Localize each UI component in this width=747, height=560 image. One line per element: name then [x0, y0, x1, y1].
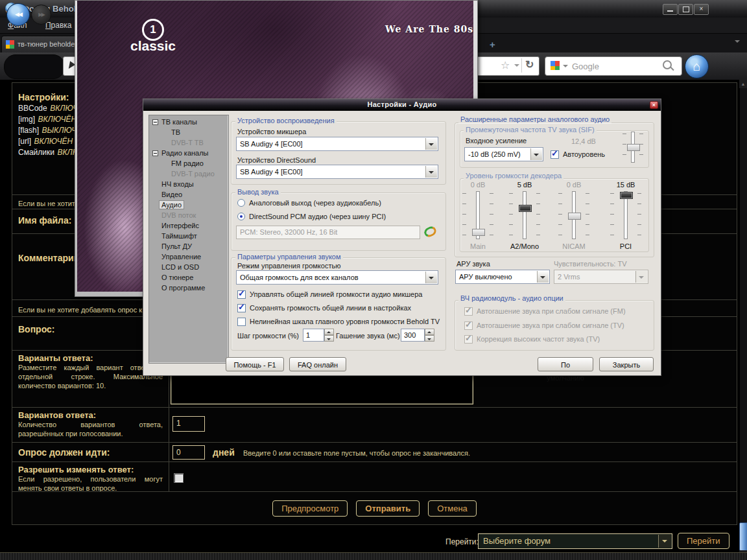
tree-item-dvb-stream: DVB поток [149, 211, 228, 221]
dialog-close-button[interactable]: × [650, 101, 658, 109]
google-engine-icon[interactable] [551, 61, 560, 70]
volume-mode-select[interactable]: Общая громкость для всех каналов [236, 270, 438, 285]
bookmark-dropdown-icon[interactable] [514, 64, 519, 69]
settings-tree: ТВ каналы ТВ DVB-T ТВ Радио каналы FM ра… [148, 115, 229, 364]
poll-length-input[interactable]: 0 [172, 445, 205, 460]
options-count-input[interactable]: 1 [172, 416, 205, 432]
volume-step-spinner[interactable]: 1 [303, 329, 334, 342]
help-button[interactable]: Помощь - F1 [226, 357, 284, 371]
spinner-down-icon[interactable] [324, 335, 334, 342]
autolevel-checkbox[interactable]: ✓Автоуровень [551, 150, 605, 159]
restore-button[interactable] [678, 4, 693, 15]
agc-label: АРУ звука [456, 260, 490, 268]
preview-button[interactable]: Предпросмотр [272, 500, 348, 517]
nonlinear-scale-checkbox[interactable]: Нелинейная шкала главного уровня громкос… [237, 318, 440, 326]
slider-thumb[interactable] [620, 192, 633, 199]
tree-item-lcd-osd[interactable]: LCD и OSD [149, 262, 228, 273]
collapse-icon[interactable] [152, 119, 158, 125]
back-button[interactable]: ◀◀ [6, 3, 30, 26]
sif-level-value: 12,4 dB [571, 137, 596, 145]
search-icon[interactable] [663, 60, 672, 69]
scrollbar-track[interactable] [739, 80, 747, 552]
tree-item-tv-channels[interactable]: ТВ каналы [149, 117, 228, 128]
scrollbar-thumb[interactable] [739, 522, 747, 551]
forward-button[interactable]: ▶▶ [31, 5, 51, 25]
slider-thumb[interactable] [519, 205, 532, 212]
dropdown-icon[interactable] [425, 138, 437, 150]
dropdown-icon[interactable] [425, 166, 437, 178]
jump-button[interactable]: Перейти [678, 533, 729, 549]
submit-button[interactable]: Отправить [356, 500, 420, 517]
main-volume-slider: 0 dB Main [460, 181, 496, 250]
radio-selected-icon[interactable] [237, 213, 245, 220]
input-gain-select[interactable]: -10 dB (250 mV) [464, 147, 543, 161]
spinner-up-icon[interactable] [425, 329, 434, 335]
jump-label: Перейти: [445, 537, 479, 546]
change-vote-checkbox[interactable] [174, 473, 184, 483]
filename-label: Имя файла: [18, 215, 71, 226]
home-button[interactable]: ⌂ [685, 54, 709, 78]
search-engine-dropdown-icon[interactable] [563, 65, 568, 70]
smilies-label: Смайлики [18, 148, 54, 157]
tab-list-chevron-icon[interactable] [735, 40, 740, 45]
volume-mode-label: Режим управления громкостью [237, 262, 340, 270]
tree-item-interface[interactable]: Интерфейс [149, 221, 228, 231]
dropdown-icon[interactable] [537, 271, 549, 283]
dropdown-icon[interactable] [425, 272, 437, 283]
reload-icon[interactable]: ↻ [525, 58, 534, 71]
tree-item-control[interactable]: Управление [149, 252, 228, 262]
analog-output-radio[interactable]: Аналоговый выход (через аудиокабель) [237, 199, 381, 207]
a2-mono-volume-slider[interactable]: 5 dB A2/Mono [506, 181, 543, 250]
tree-item-about-program[interactable]: О программе [149, 283, 228, 294]
directsound-device-select[interactable]: SB Audigy 4 [EC00] [236, 165, 438, 179]
scroll-up-icon[interactable]: ▲ [739, 80, 747, 88]
spinner-up-icon[interactable] [324, 329, 334, 335]
jump-dropdown-icon[interactable] [658, 535, 671, 548]
faq-button[interactable]: FAQ онлайн [289, 357, 346, 371]
checkbox-checked-icon[interactable]: ✓ [237, 304, 246, 312]
tree-item-audio[interactable]: Аудио [149, 200, 228, 211]
spinner-down-icon[interactable] [425, 335, 434, 342]
radio-icon[interactable] [237, 199, 245, 207]
sensitivity-label: Чувствительность: TV [554, 260, 627, 268]
pci-volume-slider[interactable]: 15 dB PCI [608, 181, 644, 250]
mute-time-spinner[interactable]: 300 [401, 329, 434, 342]
dialog-close-action-button[interactable]: Закрыть [599, 357, 654, 371]
jump-forum-select[interactable]: Выберите форум [478, 533, 672, 549]
poll-length-row: Опрос должен идти: 0 дней Введите 0 или … [12, 443, 737, 462]
pcm-output-radio[interactable]: DirectSound PCM аудио (через шину PCI) [237, 213, 386, 220]
agc-select[interactable]: АРУ выключено [455, 270, 550, 284]
tree-item-radio-channels[interactable]: Радио каналы [149, 148, 228, 159]
volume-step-label: Шаг громкости (%) [237, 332, 299, 340]
cancel-button[interactable]: Отмена [428, 500, 477, 517]
playback-group-label: Устройство воспроизведения [235, 117, 337, 124]
checkbox-checked-icon[interactable]: ✓ [237, 290, 246, 299]
submit-row: Предпросмотр Отправить Отмена [12, 492, 737, 524]
checkbox-unchecked-icon[interactable] [237, 318, 246, 326]
bookmark-star-icon[interactable]: ☆ [501, 59, 510, 71]
tree-item-lf-inputs[interactable]: НЧ входы [149, 180, 228, 190]
checkbox-checked-icon[interactable]: ✓ [551, 150, 559, 159]
tree-item-about-tuner[interactable]: О тюнере [149, 273, 228, 283]
mixer-device-select[interactable]: SB Audigy 4 [EC00] [236, 137, 438, 151]
mixer-line-checkbox[interactable]: ✓Управлять общей линией громкости аудио … [237, 290, 422, 299]
slider-thumb [472, 229, 485, 236]
sound-control-group-label: Параметры управления звуком [235, 253, 343, 261]
tree-item-video[interactable]: Видео [149, 190, 228, 200]
close-button[interactable]: × [694, 4, 709, 15]
vh1-classic-logo: 1 classic [121, 19, 185, 54]
mute-time-label: Гашение звука (мс) [336, 332, 400, 340]
tree-item-timeshift[interactable]: Таймшифт [149, 231, 228, 242]
checkbox-checked-icon: ✓ [464, 307, 473, 316]
save-volume-checkbox[interactable]: ✓Сохранять громкость общей линии в настр… [237, 304, 411, 312]
collapse-icon[interactable] [152, 150, 158, 156]
dropdown-icon[interactable] [530, 148, 542, 160]
tree-item-fm-radio[interactable]: FM радио [149, 159, 228, 169]
new-tab-button[interactable]: + [490, 39, 495, 50]
minimize-button[interactable] [663, 4, 678, 15]
slider-track[interactable] [523, 191, 527, 239]
tree-item-remote[interactable]: Пульт ДУ [149, 242, 228, 252]
vh1-logo-word: classic [121, 38, 185, 54]
defaults-button[interactable]: По умолчанию [538, 357, 593, 371]
tree-item-tv[interactable]: ТВ [149, 128, 228, 138]
